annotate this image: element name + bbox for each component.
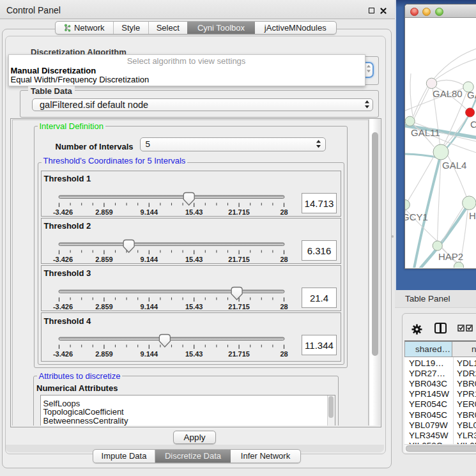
svg-text:21.715: 21.715 — [228, 255, 250, 263]
svg-text:15.43: 15.43 — [185, 255, 203, 263]
svg-text:21.715: 21.715 — [228, 350, 250, 358]
svg-text:-3.426: -3.426 — [52, 350, 72, 358]
svg-text:9.144: 9.144 — [140, 255, 158, 263]
svg-text:28: 28 — [280, 350, 288, 358]
svg-text:15.43: 15.43 — [185, 302, 203, 310]
svg-text:-3.426: -3.426 — [52, 302, 72, 310]
svg-text:15.43: 15.43 — [185, 208, 203, 215]
svg-text:28: 28 — [280, 302, 288, 310]
svg-text:2.859: 2.859 — [95, 350, 113, 358]
svg-text:15.43: 15.43 — [185, 350, 203, 358]
svg-text:-3.426: -3.426 — [52, 255, 72, 263]
svg-text:GAL11: GAL11 — [411, 127, 440, 138]
svg-text:2.859: 2.859 — [95, 255, 113, 263]
svg-text:CR: CR — [470, 119, 476, 130]
svg-text:HAP2: HAP2 — [438, 251, 463, 262]
svg-text:21.715: 21.715 — [228, 302, 250, 310]
svg-text:21.715: 21.715 — [228, 208, 250, 215]
svg-text:28: 28 — [280, 255, 288, 263]
svg-text:2.859: 2.859 — [95, 208, 113, 215]
svg-text:-3.426: -3.426 — [52, 208, 72, 215]
svg-text:GAL4: GAL4 — [442, 160, 466, 171]
svg-text:9.144: 9.144 — [140, 350, 158, 358]
svg-text:GCY1: GCY1 — [405, 211, 428, 222]
svg-text:GAL80: GAL80 — [433, 88, 463, 99]
svg-text:2.859: 2.859 — [95, 302, 113, 310]
svg-text:28: 28 — [280, 208, 288, 215]
svg-text:9.144: 9.144 — [140, 208, 158, 215]
svg-text:GA: GA — [467, 89, 476, 100]
svg-text:9.144: 9.144 — [140, 302, 158, 310]
svg-text:HI: HI — [469, 210, 476, 221]
